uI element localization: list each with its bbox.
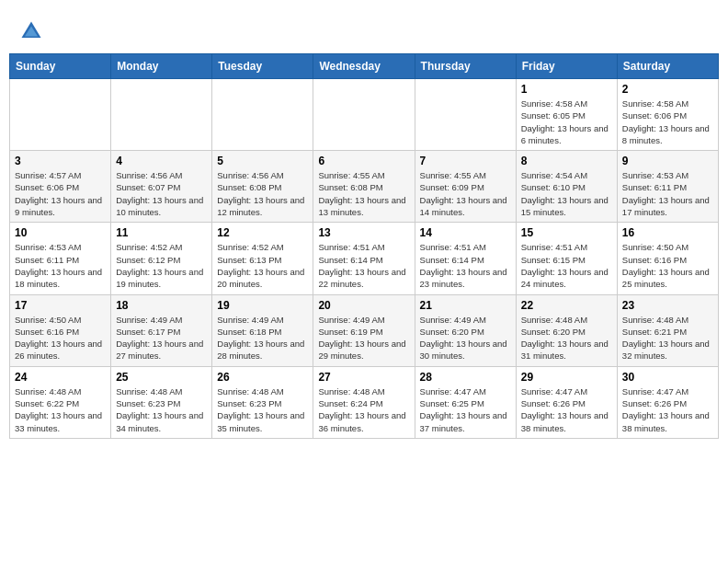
day-number: 8 xyxy=(521,155,612,167)
day-number: 7 xyxy=(420,155,511,167)
calendar-cell: 30Sunrise: 4:47 AM Sunset: 6:26 PM Dayli… xyxy=(617,366,718,438)
calendar-cell: 13Sunrise: 4:51 AM Sunset: 6:14 PM Dayli… xyxy=(313,223,415,294)
day-number: 18 xyxy=(116,299,207,312)
calendar-cell: 20Sunrise: 4:49 AM Sunset: 6:19 PM Dayli… xyxy=(313,294,415,366)
day-info: Sunrise: 4:58 AM Sunset: 6:06 PM Dayligh… xyxy=(622,98,713,146)
page-header xyxy=(9,9,719,49)
calendar-cell: 25Sunrise: 4:48 AM Sunset: 6:23 PM Dayli… xyxy=(111,366,212,438)
day-number: 19 xyxy=(217,299,308,312)
day-number: 25 xyxy=(116,371,207,384)
day-number: 10 xyxy=(15,226,106,239)
day-info: Sunrise: 4:57 AM Sunset: 6:06 PM Dayligh… xyxy=(15,169,106,218)
day-info: Sunrise: 4:48 AM Sunset: 6:24 PM Dayligh… xyxy=(318,385,409,434)
calendar-cell: 7Sunrise: 4:55 AM Sunset: 6:09 PM Daylig… xyxy=(415,151,516,223)
calendar-cell xyxy=(111,79,212,151)
calendar-cell: 4Sunrise: 4:56 AM Sunset: 6:07 PM Daylig… xyxy=(111,151,212,223)
day-number: 12 xyxy=(217,226,308,239)
day-info: Sunrise: 4:47 AM Sunset: 6:26 PM Dayligh… xyxy=(521,385,612,434)
calendar-cell: 28Sunrise: 4:47 AM Sunset: 6:25 PM Dayli… xyxy=(415,366,516,438)
day-number: 27 xyxy=(318,371,409,384)
calendar-cell: 27Sunrise: 4:48 AM Sunset: 6:24 PM Dayli… xyxy=(313,366,415,438)
day-number: 5 xyxy=(217,155,308,167)
calendar-week-4: 17Sunrise: 4:50 AM Sunset: 6:16 PM Dayli… xyxy=(10,294,719,366)
day-number: 14 xyxy=(420,226,511,239)
calendar-cell: 17Sunrise: 4:50 AM Sunset: 6:16 PM Dayli… xyxy=(10,294,111,366)
day-number: 20 xyxy=(318,299,409,312)
calendar-week-3: 10Sunrise: 4:53 AM Sunset: 6:11 PM Dayli… xyxy=(10,223,719,294)
day-info: Sunrise: 4:48 AM Sunset: 6:23 PM Dayligh… xyxy=(116,385,207,434)
day-info: Sunrise: 4:49 AM Sunset: 6:19 PM Dayligh… xyxy=(318,314,409,362)
day-number: 24 xyxy=(15,371,106,384)
day-info: Sunrise: 4:51 AM Sunset: 6:14 PM Dayligh… xyxy=(420,241,511,290)
day-number: 2 xyxy=(622,83,713,96)
calendar-cell: 18Sunrise: 4:49 AM Sunset: 6:17 PM Dayli… xyxy=(111,294,212,366)
day-number: 6 xyxy=(318,155,409,167)
day-info: Sunrise: 4:47 AM Sunset: 6:25 PM Dayligh… xyxy=(420,385,511,434)
calendar-cell: 16Sunrise: 4:50 AM Sunset: 6:16 PM Dayli… xyxy=(617,223,718,294)
calendar-cell: 8Sunrise: 4:54 AM Sunset: 6:10 PM Daylig… xyxy=(516,151,617,223)
day-info: Sunrise: 4:49 AM Sunset: 6:20 PM Dayligh… xyxy=(420,314,511,362)
calendar-cell: 3Sunrise: 4:57 AM Sunset: 6:06 PM Daylig… xyxy=(10,151,111,223)
header-sunday: Sunday xyxy=(10,54,111,79)
day-number: 21 xyxy=(420,299,511,312)
logo xyxy=(18,18,48,44)
day-info: Sunrise: 4:51 AM Sunset: 6:14 PM Dayligh… xyxy=(318,241,409,290)
day-number: 17 xyxy=(15,299,106,312)
header-tuesday: Tuesday xyxy=(212,54,313,79)
day-number: 23 xyxy=(622,299,713,312)
day-number: 26 xyxy=(217,371,308,384)
calendar-week-2: 3Sunrise: 4:57 AM Sunset: 6:06 PM Daylig… xyxy=(10,151,719,223)
calendar-table: SundayMondayTuesdayWednesdayThursdayFrid… xyxy=(9,53,719,439)
calendar-cell: 14Sunrise: 4:51 AM Sunset: 6:14 PM Dayli… xyxy=(415,223,516,294)
calendar-cell: 11Sunrise: 4:52 AM Sunset: 6:12 PM Dayli… xyxy=(111,223,212,294)
calendar-week-1: 1Sunrise: 4:58 AM Sunset: 6:05 PM Daylig… xyxy=(10,79,719,151)
day-number: 28 xyxy=(420,371,511,384)
day-number: 9 xyxy=(622,155,713,167)
day-info: Sunrise: 4:48 AM Sunset: 6:22 PM Dayligh… xyxy=(15,385,106,434)
header-wednesday: Wednesday xyxy=(313,54,415,79)
header-saturday: Saturday xyxy=(617,54,718,79)
calendar-cell: 29Sunrise: 4:47 AM Sunset: 6:26 PM Dayli… xyxy=(516,366,617,438)
day-info: Sunrise: 4:56 AM Sunset: 6:07 PM Dayligh… xyxy=(116,169,207,218)
day-info: Sunrise: 4:58 AM Sunset: 6:05 PM Dayligh… xyxy=(521,98,612,146)
header-monday: Monday xyxy=(111,54,212,79)
day-number: 4 xyxy=(116,155,207,167)
calendar-cell xyxy=(212,79,313,151)
logo-icon xyxy=(18,18,44,44)
calendar-cell: 5Sunrise: 4:56 AM Sunset: 6:08 PM Daylig… xyxy=(212,151,313,223)
day-info: Sunrise: 4:52 AM Sunset: 6:12 PM Dayligh… xyxy=(116,241,207,290)
calendar-cell: 19Sunrise: 4:49 AM Sunset: 6:18 PM Dayli… xyxy=(212,294,313,366)
day-info: Sunrise: 4:49 AM Sunset: 6:18 PM Dayligh… xyxy=(217,314,308,362)
calendar-cell: 12Sunrise: 4:52 AM Sunset: 6:13 PM Dayli… xyxy=(212,223,313,294)
calendar-header-row: SundayMondayTuesdayWednesdayThursdayFrid… xyxy=(10,54,719,79)
calendar-cell xyxy=(415,79,516,151)
header-thursday: Thursday xyxy=(415,54,516,79)
day-number: 11 xyxy=(116,226,207,239)
calendar-cell: 15Sunrise: 4:51 AM Sunset: 6:15 PM Dayli… xyxy=(516,223,617,294)
day-info: Sunrise: 4:50 AM Sunset: 6:16 PM Dayligh… xyxy=(15,314,106,362)
calendar-cell xyxy=(313,79,415,151)
header-friday: Friday xyxy=(516,54,617,79)
day-info: Sunrise: 4:55 AM Sunset: 6:09 PM Dayligh… xyxy=(420,169,511,218)
calendar-cell: 26Sunrise: 4:48 AM Sunset: 6:23 PM Dayli… xyxy=(212,366,313,438)
day-info: Sunrise: 4:47 AM Sunset: 6:26 PM Dayligh… xyxy=(622,385,713,434)
calendar-cell: 10Sunrise: 4:53 AM Sunset: 6:11 PM Dayli… xyxy=(10,223,111,294)
calendar-cell: 22Sunrise: 4:48 AM Sunset: 6:20 PM Dayli… xyxy=(516,294,617,366)
calendar-week-5: 24Sunrise: 4:48 AM Sunset: 6:22 PM Dayli… xyxy=(10,366,719,438)
day-number: 1 xyxy=(521,83,612,96)
day-info: Sunrise: 4:49 AM Sunset: 6:17 PM Dayligh… xyxy=(116,314,207,362)
day-info: Sunrise: 4:53 AM Sunset: 6:11 PM Dayligh… xyxy=(622,169,713,218)
calendar-cell: 9Sunrise: 4:53 AM Sunset: 6:11 PM Daylig… xyxy=(617,151,718,223)
day-info: Sunrise: 4:52 AM Sunset: 6:13 PM Dayligh… xyxy=(217,241,308,290)
calendar-cell: 24Sunrise: 4:48 AM Sunset: 6:22 PM Dayli… xyxy=(10,366,111,438)
day-number: 3 xyxy=(15,155,106,167)
calendar-cell: 23Sunrise: 4:48 AM Sunset: 6:21 PM Dayli… xyxy=(617,294,718,366)
day-info: Sunrise: 4:53 AM Sunset: 6:11 PM Dayligh… xyxy=(15,241,106,290)
day-info: Sunrise: 4:48 AM Sunset: 6:23 PM Dayligh… xyxy=(217,385,308,434)
day-info: Sunrise: 4:56 AM Sunset: 6:08 PM Dayligh… xyxy=(217,169,308,218)
day-info: Sunrise: 4:48 AM Sunset: 6:21 PM Dayligh… xyxy=(622,314,713,362)
day-info: Sunrise: 4:48 AM Sunset: 6:20 PM Dayligh… xyxy=(521,314,612,362)
day-info: Sunrise: 4:50 AM Sunset: 6:16 PM Dayligh… xyxy=(622,241,713,290)
calendar-cell xyxy=(10,79,111,151)
calendar-cell: 21Sunrise: 4:49 AM Sunset: 6:20 PM Dayli… xyxy=(415,294,516,366)
